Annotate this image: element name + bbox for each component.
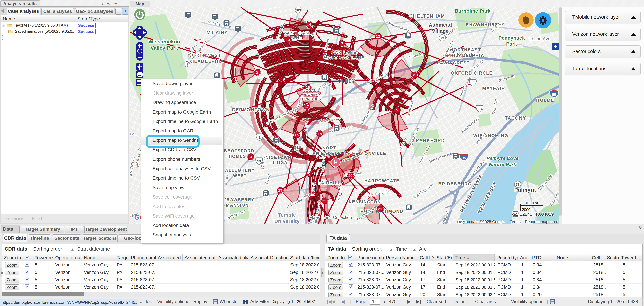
- svg-text:HARROWGATE: HARROWGATE: [364, 178, 399, 183]
- svg-text:309: 309: [295, 8, 301, 12]
- svg-text:73: 73: [440, 36, 444, 40]
- svg-text:CHELTENHAM: CHELTENHAM: [410, 14, 445, 19]
- svg-text:MAYFAIR: MAYFAIR: [482, 86, 505, 91]
- svg-text:la Cynwyd: la Cynwyd: [130, 173, 132, 177]
- svg-text:7: 7: [341, 41, 343, 46]
- svg-text:NORTHEAST: NORTHEAST: [450, 47, 481, 52]
- svg-text:20: 20: [348, 174, 352, 178]
- svg-text:Wissahickon: Wissahickon: [148, 39, 180, 44]
- svg-text:17: 17: [305, 105, 309, 109]
- svg-text:Holme Ave: Holme Ave: [528, 36, 550, 41]
- svg-text:LAWN CREST: LAWN CREST: [437, 60, 470, 65]
- svg-text:13: 13: [286, 38, 290, 42]
- svg-text:1: 1: [472, 81, 474, 85]
- svg-text:PHILADELPHIA: PHILADELPHIA: [447, 53, 484, 58]
- svg-text:8: 8: [413, 73, 415, 77]
- svg-text:Maps Icons Collection: Maps Icons Collection: [309, 215, 352, 220]
- svg-text:WEST: WEST: [233, 173, 247, 178]
- svg-text:Valley Park: Valley Park: [150, 45, 178, 51]
- svg-text:WEST OAK: WEST OAK: [284, 31, 309, 35]
- svg-text:Palmyra Cove: Palmyra Cove: [486, 156, 518, 161]
- svg-text:HOLME: HOLME: [536, 98, 554, 103]
- svg-text:KENSINGTON: KENSINGTON: [349, 199, 381, 204]
- svg-text:5: 5: [396, 108, 398, 112]
- svg-text:Pennypack: Pennypack: [498, 35, 525, 41]
- svg-text:BRIDESBURG: BRIDESBURG: [438, 181, 472, 186]
- svg-text:22: 22: [322, 199, 326, 203]
- svg-text:MANSION: MANSION: [226, 203, 249, 207]
- svg-text:90: 90: [459, 220, 462, 224]
- svg-text:PHILADELPHIA: PHILADELPHIA: [312, 151, 350, 156]
- svg-text:Nature Park: Nature Park: [489, 162, 516, 167]
- svg-text:ALLEGHENY: ALLEGHENY: [225, 168, 255, 173]
- svg-text:611: 611: [295, 145, 300, 149]
- svg-text:73: 73: [516, 183, 520, 186]
- svg-text:LOGAN/: LOGAN/: [304, 89, 318, 92]
- svg-text:Park: Park: [506, 41, 517, 47]
- svg-text:OLNEY: OLNEY: [338, 79, 356, 84]
- svg-text:MT AIRY: MT AIRY: [207, 30, 228, 35]
- svg-text:ALA: ALA: [130, 132, 134, 136]
- svg-text:OAK LANE/: OAK LANE/: [331, 50, 358, 55]
- svg-text:ABBOTSFORD: ABBOTSFORD: [220, 148, 254, 153]
- svg-text:Map data ©2025 Google Term: Map data ©2025 Google Terms Report a map…: [462, 220, 558, 224]
- svg-text:–TIOGA: –TIOGA: [270, 160, 288, 165]
- svg-text:2: 2: [256, 70, 258, 74]
- svg-text:-75.22940, 40.04059: -75.22940, 40.04059: [512, 212, 554, 217]
- svg-text:WISSINOMING: WISSINOMING: [473, 133, 508, 138]
- svg-text:12: 12: [376, 34, 380, 38]
- svg-text:13: 13: [478, 107, 482, 111]
- svg-text:1: 1: [258, 135, 260, 139]
- svg-text:FAIRHILL: FAIRHILL: [318, 180, 341, 185]
- svg-text:University: University: [274, 218, 300, 224]
- svg-text:EAST OAK LANE: EAST OAK LANE: [325, 55, 364, 60]
- svg-text:1000 m: 1000 m: [525, 201, 538, 205]
- svg-text:14: 14: [307, 23, 311, 27]
- svg-text:15: 15: [294, 133, 298, 137]
- svg-text:Temple: Temple: [278, 212, 296, 218]
- svg-text:G: G: [134, 214, 140, 221]
- svg-text:HOMES: HOMES: [229, 154, 246, 159]
- svg-text:13: 13: [257, 159, 261, 163]
- svg-text:NICETOWN: NICETOWN: [266, 155, 292, 160]
- svg-text:H: H: [334, 159, 338, 165]
- svg-text:FRANKFORD: FRANKFORD: [412, 138, 445, 143]
- svg-text:TACONY: TACONY: [505, 116, 526, 121]
- svg-text:LANE: LANE: [290, 36, 302, 40]
- svg-text:Ashmead: Ashmead: [429, 22, 452, 28]
- svg-text:GERMANTOWN: GERMANTOWN: [232, 107, 270, 112]
- svg-text:NORTH: NORTH: [322, 145, 340, 150]
- svg-text:21: 21: [378, 207, 382, 211]
- svg-text:OGONTZ/: OGONTZ/: [302, 93, 319, 97]
- svg-text:95: 95: [462, 156, 466, 160]
- svg-text:18: 18: [318, 132, 322, 136]
- svg-text:FERN ROCK: FERN ROCK: [300, 97, 321, 101]
- svg-text:Burholme Park: Burholme Park: [455, 8, 490, 14]
- svg-text:95: 95: [552, 92, 556, 97]
- svg-text:19: 19: [278, 188, 282, 193]
- svg-text:2000 ft: 2000 ft: [522, 208, 534, 212]
- svg-text:3: 3: [250, 155, 252, 159]
- svg-text:OXFORD CIRCLE: OXFORD CIRCLE: [451, 70, 492, 76]
